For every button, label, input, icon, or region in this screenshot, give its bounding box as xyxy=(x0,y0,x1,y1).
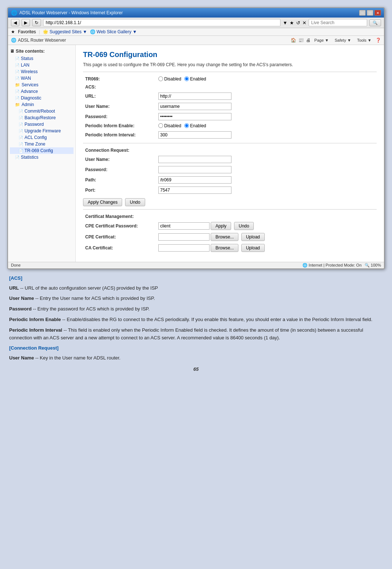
maximize-button[interactable]: □ xyxy=(367,10,373,16)
internet-status: 🌐 Internet | Protected Mode: On xyxy=(302,263,362,268)
password-input[interactable] xyxy=(158,113,231,120)
sidebar-item-time-zone[interactable]: 📄 Time Zone xyxy=(10,141,74,147)
advance-page-icon: 📄 xyxy=(15,90,19,94)
tr069-label: TR069: xyxy=(83,75,156,83)
sidebar-item-label: Admin xyxy=(22,102,34,107)
address-input[interactable] xyxy=(43,19,280,26)
sidebar-item-label: WAN xyxy=(21,76,31,81)
sidebar-header-label: Site contents: xyxy=(16,49,45,54)
periodic-enabled-radio[interactable] xyxy=(184,123,189,128)
suggested-sites-icon: 🌟 xyxy=(43,29,48,34)
zoom-level: 🔍 100% xyxy=(365,263,381,268)
tab-label: ADSL Router Webserver xyxy=(18,38,66,43)
sidebar-item-lan[interactable]: 📄 LAN xyxy=(10,62,74,68)
apply-cert-button[interactable]: Apply xyxy=(211,222,231,230)
browse2-button[interactable]: Browse... xyxy=(211,244,238,252)
undo-cert-button[interactable]: Undo xyxy=(234,222,254,230)
port-input[interactable] xyxy=(158,186,231,194)
active-tab[interactable]: 🌐 ADSL Router Webserver xyxy=(11,38,66,43)
cert-management-label: Certificat Management: xyxy=(83,212,156,221)
conn-password-input[interactable] xyxy=(158,166,231,173)
address-bar: ◀ ▶ ↻ ▼ ★ ↺ ✕ 🔍 xyxy=(8,18,384,28)
periodic-inform-enable-doc-text: -- Enable/disables the RG to connect to … xyxy=(62,317,372,322)
home-icon[interactable]: 🏠 xyxy=(291,38,296,43)
rss-icon[interactable]: 📰 xyxy=(298,38,304,43)
tools-menu[interactable]: Tools ▼ xyxy=(355,37,373,44)
conn-username-label: User Name: xyxy=(83,154,156,165)
conn-username-doc-bold: User Name xyxy=(9,355,34,361)
username-input[interactable] xyxy=(158,103,231,110)
sidebar-item-diagnostic[interactable]: 📄 Diagnostic xyxy=(10,95,74,101)
minimize-button[interactable]: ─ xyxy=(359,10,366,16)
sidebar-item-wan[interactable]: 📄 WAN xyxy=(10,75,74,82)
close-button[interactable]: ✕ xyxy=(374,10,381,16)
sidebar-item-admin[interactable]: 📁 Admin xyxy=(10,101,74,108)
search-input[interactable] xyxy=(309,19,367,26)
sidebar-item-services[interactable]: 📁 Services xyxy=(10,82,74,88)
periodic-enabled-label[interactable]: Enabled xyxy=(184,123,206,128)
title-bar-controls[interactable]: ─ □ ✕ xyxy=(359,10,381,16)
sidebar-item-statistics[interactable]: 📄 Statistics xyxy=(10,154,74,161)
upload2-button[interactable]: Upload xyxy=(241,244,265,252)
title-bar: 🌐 ADSL Router Webserver - Windows Intern… xyxy=(8,8,384,18)
tr069-disabled-label[interactable]: Disabled xyxy=(158,76,181,82)
ca-cert-label: CA Certificat: xyxy=(83,242,156,253)
ca-cert-row: CA Certificat: Browse... Upload xyxy=(83,242,377,253)
tr069-enabled-text: Enabled xyxy=(190,76,206,82)
ca-cert-file-input[interactable] xyxy=(158,244,210,252)
apply-changes-button[interactable]: Apply Changes xyxy=(83,198,122,206)
sidebar-header: 🖥 Site contents: xyxy=(10,49,74,54)
zoom-icon: 🔍 xyxy=(365,263,370,267)
go-button[interactable]: 🔍 xyxy=(369,19,381,26)
refresh-button[interactable]: ↻ xyxy=(32,19,41,26)
sidebar-item-advance[interactable]: 📄 Advance xyxy=(10,88,74,95)
divider-3 xyxy=(83,209,377,210)
favorites-label[interactable]: Favorites xyxy=(18,29,36,34)
url-doc-bold: URL xyxy=(9,285,19,291)
path-input[interactable] xyxy=(158,176,231,184)
periodic-disabled-radio[interactable] xyxy=(158,123,163,128)
safety-menu[interactable]: Safety ▼ xyxy=(333,37,353,44)
sidebar-item-upgrade-firmware[interactable]: 📄 Upgrade Firmware xyxy=(10,128,74,134)
sidebar-item-status[interactable]: 📄 Status xyxy=(10,55,74,62)
url-input[interactable] xyxy=(158,93,231,100)
menu-icons: 🏠 📰 🖨 Page ▼ Safety ▼ Tools ▼ ❓ xyxy=(291,37,381,44)
sidebar-item-label: LAN xyxy=(21,63,29,68)
menu-bar: 🌐 ADSL Router Webserver 🏠 📰 🖨 Page ▼ Saf… xyxy=(8,36,384,45)
connection-request-label: Connection Request: xyxy=(83,146,156,154)
tr069-enabled-radio[interactable] xyxy=(184,76,189,81)
conn-username-input[interactable] xyxy=(158,156,231,163)
page-menu[interactable]: Page ▼ xyxy=(313,37,331,44)
print-icon[interactable]: 🖨 xyxy=(306,38,310,43)
suggested-sites-item[interactable]: 🌟 Suggested Sites ▼ xyxy=(43,29,87,34)
web-slice-gallery-item[interactable]: 🌐 Web Slice Gallery ▼ xyxy=(90,29,137,34)
backup-page-icon: 📄 xyxy=(19,116,23,120)
periodic-inform-interval-doc: Periodic Inform Interval -- This field i… xyxy=(9,327,383,342)
done-status: Done xyxy=(11,263,20,267)
forward-button[interactable]: ▶ xyxy=(22,19,30,26)
sidebar-item-tr069-config[interactable]: 📄 TR-069 Config xyxy=(10,147,74,154)
sidebar-item-wireless[interactable]: 📄 Wireless xyxy=(10,68,74,75)
back-button[interactable]: ◀ xyxy=(11,19,19,26)
periodic-inform-interval-label: Periodic Inform Interval: xyxy=(83,130,156,140)
periodic-disabled-label[interactable]: Disabled xyxy=(158,123,181,128)
wireless-page-icon: 📄 xyxy=(15,70,19,74)
upload1-button[interactable]: Upload xyxy=(241,233,265,241)
browse1-button[interactable]: Browse... xyxy=(211,233,238,241)
tr069-enabled-label[interactable]: Enabled xyxy=(184,76,206,82)
url-doc: URL -- URL of the auto configuration ser… xyxy=(9,284,383,292)
periodic-inform-interval-input[interactable] xyxy=(158,131,231,139)
sidebar-item-password[interactable]: 📄 Password xyxy=(10,121,74,128)
tr069-disabled-radio[interactable] xyxy=(158,76,163,81)
sidebar-item-commit-reboot[interactable]: 📄 Commit/Reboot xyxy=(10,108,74,114)
cpe-cert-password-input[interactable] xyxy=(158,222,210,230)
sidebar-item-label: Status xyxy=(21,56,33,61)
path-row: Path: xyxy=(83,175,377,185)
undo-button[interactable]: Undo xyxy=(125,198,145,206)
cert-table: Certificat Management: CPE Certificat Pa… xyxy=(83,212,377,253)
cpe-cert-file-input[interactable] xyxy=(158,233,210,241)
sidebar-item-backup-restore[interactable]: 📄 Backup/Restore xyxy=(10,114,74,121)
sidebar-item-acl-config[interactable]: 📄 ACL Config xyxy=(10,134,74,141)
help-icon[interactable]: ❓ xyxy=(376,38,381,43)
tr069-row: TR069: Disabled Enabled xyxy=(83,75,377,83)
